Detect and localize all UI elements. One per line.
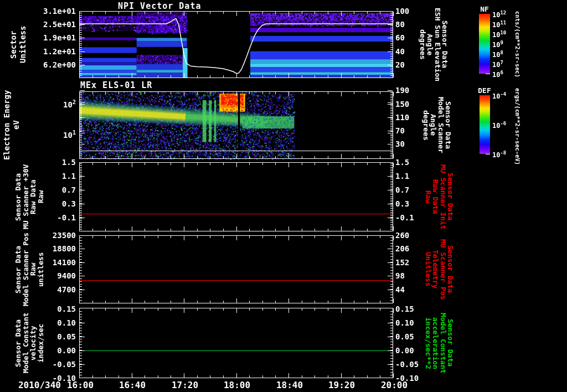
- colorbar-def: [480, 95, 490, 154]
- x-tick-label: 16:40: [115, 380, 150, 390]
- panel3-right-axis-label: Sensor DataMU Scanner Init Raw DataRaw: [423, 158, 454, 236]
- x-tick-label: 18:00: [219, 380, 255, 390]
- x-tick-label: 17:20: [167, 380, 203, 390]
- panel5-right-axis-label: Sensor DataModel Constant accelerationin…: [423, 304, 454, 382]
- y-tick-label: 1.2e+01: [22, 47, 76, 56]
- y-tick-label: 3.1e+01: [22, 7, 76, 16]
- x-tick-label: 19:20: [324, 380, 359, 390]
- panel3-frame: [79, 162, 393, 231]
- y-tick-label: 101: [22, 128, 76, 137]
- panel4-frame: [79, 235, 393, 303]
- colorbar-nf: [479, 14, 490, 74]
- sddas-plot-screen: NPI Vector Data MEx ELS-01 LR 3.1e+01 2.…: [0, 0, 567, 392]
- panel1-frame: [79, 11, 393, 78]
- panel4-left-axis-label: Sensor DataModel Scanner Pos Rawunitless: [14, 230, 45, 308]
- panel1-right-axis-label: Sensor DataESH Sun Elevation Angledegree…: [417, 1, 449, 88]
- date-label: 2010/340: [10, 380, 61, 390]
- panel2-right-axis-label: Sensor DataModel Scanner Angledegrees: [421, 82, 452, 168]
- panel2-left-axis-label: Electron EnergyeV: [2, 86, 23, 164]
- y-tick-label: 6.2e+00: [22, 60, 76, 69]
- panel5-frame: [79, 308, 393, 378]
- colorbar-units: ergs/(cm**2-sr-sec-eV): [513, 85, 521, 169]
- y-tick-label: 2.5e+01: [22, 20, 76, 29]
- x-tick-label: 20:00: [377, 380, 412, 390]
- panel2-title: MEx ELS-01 LR: [80, 80, 152, 90]
- x-tick-label: 18:40: [272, 380, 307, 390]
- panel1-title: NPI Vector Data: [118, 1, 201, 11]
- y-tick-label: 1.9e+01: [22, 33, 76, 42]
- panel4-right-axis-label: Sensor DataMU Scanner Pos TelemetryUnitl…: [423, 230, 454, 308]
- colorbar-units: cnts/(cm**2-sr-sec): [513, 4, 521, 85]
- y-tick-label: 102: [22, 98, 76, 107]
- panel2-frame: [79, 91, 393, 159]
- panel3-left-axis-label: Sensor DataMU Scanner +30V Raw DataRaw: [14, 158, 45, 236]
- x-tick-label: 16:00: [63, 380, 98, 390]
- panel5-left-axis-label: Sensor DataModel Constant velocityindex/…: [14, 304, 45, 382]
- colorbar-title: NF: [477, 5, 492, 13]
- panel1-left-axis-label: SectorUnitless: [9, 6, 30, 84]
- colorbar-title: DEF: [477, 86, 492, 95]
